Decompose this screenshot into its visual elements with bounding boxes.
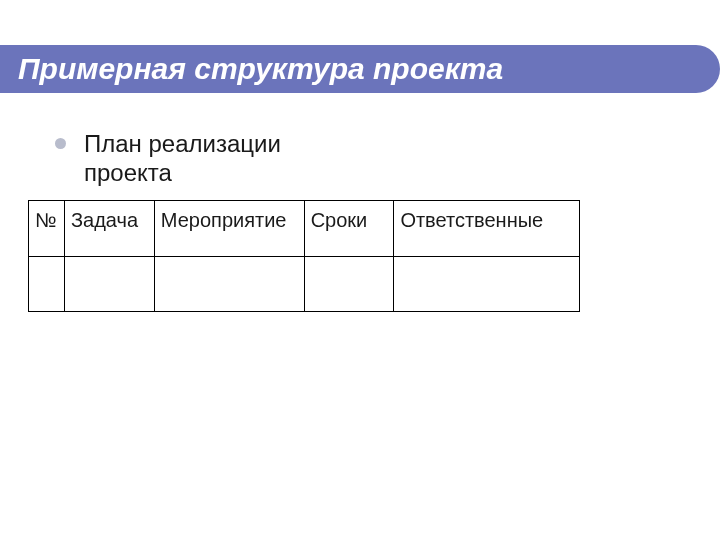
cell-task xyxy=(64,256,154,311)
table-row xyxy=(29,256,580,311)
header-event: Мероприятие xyxy=(154,200,304,256)
slide-title: Примерная структура проекта xyxy=(18,52,503,86)
bullet-item: План реализации проекта xyxy=(55,130,680,188)
cell-dates xyxy=(304,256,394,311)
cell-num xyxy=(29,256,65,311)
bullet-dot-icon xyxy=(55,138,66,149)
header-num: № xyxy=(29,200,65,256)
bullet-text: План реализации проекта xyxy=(84,130,364,188)
header-responsible: Ответственные xyxy=(394,200,580,256)
cell-responsible xyxy=(394,256,580,311)
header-dates: Сроки xyxy=(304,200,394,256)
title-bar-container: Примерная структура проекта xyxy=(0,0,720,95)
plan-table: № Задача Мероприятие Сроки Ответственные xyxy=(28,200,580,312)
cell-event xyxy=(154,256,304,311)
header-task: Задача xyxy=(64,200,154,256)
title-bar: Примерная структура проекта xyxy=(0,45,720,93)
table-header-row: № Задача Мероприятие Сроки Ответственные xyxy=(29,200,580,256)
content-area: План реализации проекта № Задача Меропри… xyxy=(0,95,720,332)
